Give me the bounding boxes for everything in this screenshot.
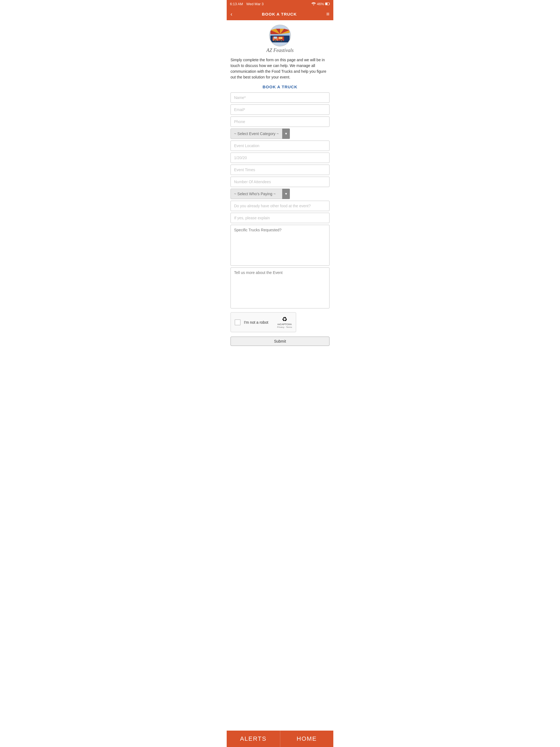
other-food-field[interactable]: [230, 201, 330, 211]
nav-bar: ‹ BOOK A TRUCK ≡: [227, 8, 333, 20]
status-time: 6:13 AM: [230, 2, 243, 6]
logo-area: AZ Feastivals: [230, 25, 330, 53]
recaptcha-links: Privacy · Terms: [277, 326, 292, 329]
recaptcha-privacy[interactable]: Privacy: [277, 326, 284, 328]
home-nav-item[interactable]: HOME: [280, 730, 334, 747]
logo-circle: [269, 25, 291, 47]
recaptcha-checkbox[interactable]: [235, 319, 240, 325]
alerts-label: ALERTS: [240, 735, 266, 742]
battery-icon: [325, 2, 330, 5]
alerts-nav-item[interactable]: ALERTS: [227, 730, 280, 747]
wifi-icon: [311, 2, 316, 5]
phone-field[interactable]: [230, 117, 330, 127]
section-title: BOOK A TRUCK: [230, 84, 330, 89]
event-times-field[interactable]: [230, 164, 330, 175]
recaptcha-widget: I'm not a robot ♻ reCAPTCHA Privacy · Te…: [230, 312, 296, 332]
book-truck-form: ~ Select Event Category ~ Festival Corpo…: [230, 93, 330, 346]
submit-button[interactable]: Submit: [230, 337, 330, 346]
home-label: HOME: [297, 735, 317, 742]
status-right: 46%: [311, 2, 330, 6]
status-date: Wed Mar 3: [246, 2, 263, 6]
date-field[interactable]: [230, 153, 330, 163]
name-field[interactable]: [230, 93, 330, 103]
email-field[interactable]: [230, 104, 330, 115]
attendees-field[interactable]: [230, 177, 330, 187]
whos-paying-select[interactable]: ~ Select Who's Paying ~ Event Organizer …: [230, 189, 290, 199]
recaptcha-logo: ♻ reCAPTCHA Privacy · Terms: [277, 316, 292, 329]
back-button[interactable]: ‹: [230, 11, 232, 17]
trucks-requested-field[interactable]: [230, 225, 330, 266]
more-about-event-field[interactable]: [230, 267, 330, 308]
svg-rect-2: [326, 3, 328, 5]
status-bar: 6:13 AM Wed Mar 3 46%: [227, 0, 333, 8]
explain-field[interactable]: [230, 213, 330, 223]
svg-rect-14: [274, 36, 277, 38]
nav-title: BOOK A TRUCK: [262, 12, 297, 17]
event-category-wrapper: ~ Select Event Category ~ Festival Corpo…: [230, 129, 290, 139]
svg-rect-19: [279, 37, 282, 39]
bottom-nav: ALERTS HOME: [227, 730, 333, 747]
main-content: AZ Feastivals Simply complete the form o…: [227, 20, 333, 373]
svg-point-16: [275, 40, 276, 41]
recaptcha-brand: reCAPTCHA: [277, 323, 292, 326]
recaptcha-icon: ♻: [282, 316, 287, 323]
event-category-select[interactable]: ~ Select Event Category ~ Festival Corpo…: [230, 129, 290, 139]
description-text: Simply complete the form on this page an…: [230, 57, 330, 80]
event-location-field[interactable]: [230, 140, 330, 151]
svg-point-0: [313, 5, 314, 5]
logo-truck-image: [271, 29, 289, 42]
whos-paying-wrapper: ~ Select Who's Paying ~ Event Organizer …: [230, 189, 290, 199]
recaptcha-label: I'm not a robot: [244, 320, 274, 325]
menu-button[interactable]: ≡: [326, 11, 330, 17]
logo-name: AZ Feastivals: [266, 48, 294, 53]
svg-point-18: [281, 40, 282, 41]
recaptcha-terms[interactable]: Terms: [286, 326, 292, 328]
status-left: 6:13 AM Wed Mar 3: [230, 2, 263, 6]
battery-level: 46%: [317, 2, 324, 6]
